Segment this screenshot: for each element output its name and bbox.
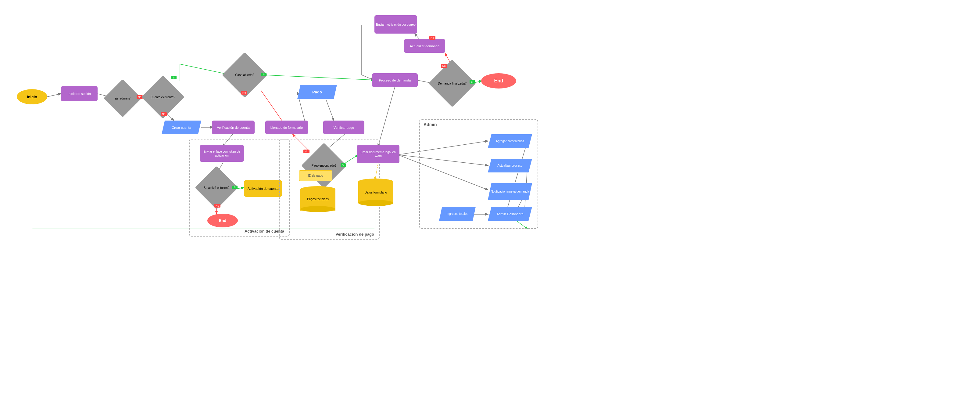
pago-encontrado-label: Pago encontrado?: [312, 164, 337, 168]
se-activo-node: Se activó el token?: [201, 173, 232, 203]
inicio-label: Inicio: [27, 94, 37, 99]
si-badge-cuenta: Sí: [171, 76, 177, 79]
id-pago-label: ID de pago: [308, 174, 323, 177]
si-badge-activo: Sí: [232, 185, 237, 189]
se-activo-label: Se activó el token?: [204, 186, 230, 190]
si-badge-pago: Sí: [340, 163, 346, 167]
es-admin-node: Es admin?: [109, 85, 136, 112]
agregar-comentarios-label: Agregar comentarios: [496, 139, 524, 143]
diagram-container: Inicio Inicio de sesión Es admin? No Cue…: [0, 0, 980, 398]
no-badge-caso: No: [241, 91, 247, 94]
pago-label: Pago: [312, 90, 322, 94]
actualizar-demanda-node: Actualizar demanda: [404, 39, 445, 53]
crear-documento-node: Crear documento legal en Word: [357, 145, 399, 163]
no-badge-actualizar: No: [430, 36, 436, 40]
caso-abierto-node: Caso abierto?: [229, 59, 261, 91]
ingresos-totales-node: Ingresos totales: [439, 207, 476, 221]
enviar-notificacion-node: Enviar notificación por correo: [374, 15, 417, 34]
proceso-demanda-node: Proceso de demanda: [372, 73, 418, 87]
no-badge-activo: No: [214, 204, 220, 208]
verificar-pago-label: Verificar pago: [334, 126, 354, 129]
admin-dashboard-node: Admin Dashboard: [488, 207, 532, 221]
svg-line-10: [261, 75, 374, 80]
end-final-label: End: [494, 78, 503, 84]
enviar-notificacion-label: Enviar notificación por correo: [376, 22, 415, 27]
demanda-finalizada-node: Demanda finalizada?: [436, 67, 469, 100]
crear-cuenta-node: Crear cuenta: [162, 121, 201, 134]
no-badge-demanda: No: [441, 64, 447, 68]
verificacion-pago-label-box: Verificación de pago: [336, 232, 374, 237]
activacion-cuenta-node: Activación de cuenta: [244, 180, 282, 197]
svg-line-22: [378, 87, 395, 147]
ingresos-totales-label: Ingresos totales: [447, 212, 468, 216]
end-final-node: End: [481, 73, 516, 88]
verificar-pago-node: Verificar pago: [323, 121, 364, 134]
pagos-recibidos-label: Pagos recibidos: [307, 197, 329, 201]
datos-formulario-label: Datos formulario: [365, 191, 387, 194]
si-badge-demanda: Sí: [469, 80, 475, 84]
es-admin-label: Es admin?: [115, 96, 130, 100]
pago-node: Pago: [297, 85, 337, 99]
cuenta-existente-node: Cuenta existente?: [148, 82, 178, 112]
enviar-enlace-label: Enviar enlace con token de activación: [200, 150, 244, 158]
id-pago-note: ID de pago: [299, 170, 332, 181]
crear-cuenta-label: Crear cuenta: [172, 126, 191, 129]
notificacion-demanda-label: Notificación nueva demanda: [491, 190, 529, 193]
login-node: Inicio de sesión: [61, 86, 97, 101]
agregar-comentarios-node: Agregar comentarios: [488, 134, 532, 148]
svg-line-0: [47, 94, 61, 97]
inicio-node: Inicio: [17, 89, 47, 104]
no-badge-pago: No: [303, 150, 310, 153]
verificacion-cuenta-node: Verificación de cuenta: [212, 121, 255, 134]
no-badge-cuenta: No: [161, 112, 167, 116]
notificacion-demanda-node: Notificación nueva demanda: [488, 183, 532, 200]
crear-documento-label: Crear documento legal en Word: [357, 150, 399, 158]
llenado-formulario-node: Llenado de formulario: [265, 121, 308, 134]
login-label: Inicio de sesión: [68, 92, 91, 96]
end-activacion-label: End: [219, 218, 227, 223]
datos-formulario-node: Datos formulario: [358, 179, 393, 206]
pagos-recibidos-node: Pagos recibidos: [300, 186, 336, 212]
actualizar-proceso-node: Actualizar proceso: [488, 159, 532, 173]
admin-section-label: Admin: [423, 122, 437, 127]
cuenta-existente-label: Cuenta existente?: [151, 95, 175, 99]
end-activacion-node: End: [207, 214, 238, 227]
proceso-demanda-label: Proceso de demanda: [379, 78, 411, 82]
verificacion-cuenta-label: Verificación de cuenta: [217, 126, 250, 129]
enviar-enlace-node: Enviar enlace con token de activación: [200, 145, 244, 162]
demanda-finalizada-label: Demanda finalizada?: [438, 82, 466, 85]
caso-abierto-label: Caso abierto?: [235, 73, 254, 77]
activacion-label: Activación de cuenta: [245, 229, 284, 233]
actualizar-proceso-label: Actualizar proceso: [497, 164, 522, 167]
si-badge-caso: Sí: [261, 73, 267, 76]
activacion-cuenta-label: Activación de cuenta: [248, 187, 279, 190]
admin-dashboard-label: Admin Dashboard: [496, 212, 523, 216]
actualizar-demanda-label: Actualizar demanda: [410, 44, 439, 48]
llenado-formulario-label: Llenado de formulario: [270, 126, 303, 129]
